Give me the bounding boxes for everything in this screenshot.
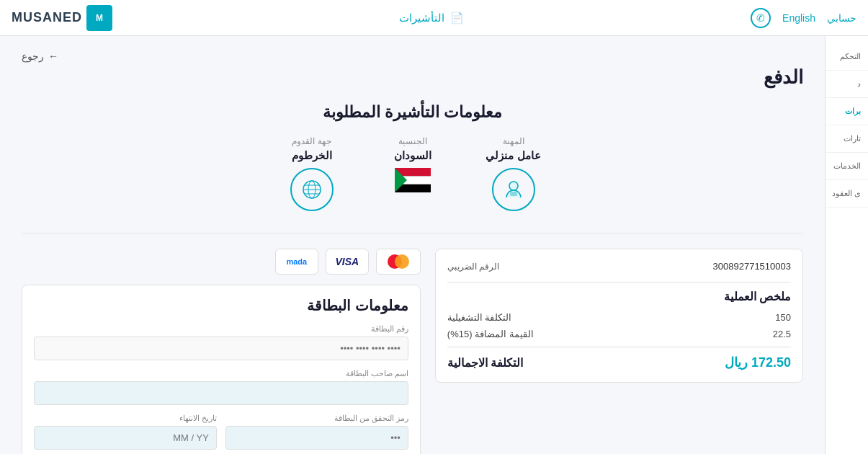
svg-rect-1 bbox=[510, 192, 517, 196]
visa-arrival-value: الخرطوم bbox=[276, 149, 348, 162]
visa-section-title: معلومات التأشيرة المطلوبة bbox=[22, 103, 803, 122]
topnav-center: 📄 التأشيرات bbox=[399, 12, 464, 25]
hassabi-link[interactable]: حسابي bbox=[827, 12, 856, 24]
back-link[interactable]: ← رجوع bbox=[22, 50, 803, 62]
topnav-left: حسابي English ✆ bbox=[751, 8, 856, 28]
vat-label: القيمة المضافة (15%) bbox=[447, 329, 534, 339]
visa-badge[interactable]: VISA bbox=[326, 249, 369, 275]
tax-id-label: الرقم الضريبي bbox=[447, 262, 499, 272]
cvv-field: رمز التحقق من البطاقة bbox=[225, 414, 408, 450]
tax-id-row: 300892771510003 الرقم الضريبي bbox=[447, 261, 791, 272]
nav-visas-label[interactable]: التأشيرات bbox=[399, 12, 444, 25]
visa-nationality-value: السودان bbox=[377, 149, 449, 162]
mada-label: mada bbox=[286, 257, 307, 266]
mastercard-badge[interactable] bbox=[376, 249, 421, 275]
cardholder-label: اسم صاحب البطاقة bbox=[34, 369, 408, 378]
sidebar-item-visas[interactable]: برات bbox=[826, 98, 868, 125]
sidebar-item-control[interactable]: التحكم bbox=[826, 43, 868, 71]
sidebar-item-services[interactable]: الخدمات bbox=[826, 153, 868, 180]
card-info-column: VISA mada معلومات البطاقة رقم البطاقة bbox=[22, 249, 421, 454]
visa-info-row: المهنة عامل منزلي الجنسية السودان bbox=[22, 136, 803, 211]
sidebar-item-orders[interactable]: تارات bbox=[826, 125, 868, 153]
sidebar-item-d-label: د bbox=[857, 79, 861, 88]
visa-profession-label: المهنة bbox=[478, 136, 550, 146]
sidebar: التحكم د برات تارات الخدمات ى العقود bbox=[825, 36, 868, 454]
logo-area: M MUSANED bbox=[12, 5, 112, 31]
top-navigation: حسابي English ✆ 📄 التأشيرات M MUSANED bbox=[0, 0, 868, 36]
back-arrow-icon: ← bbox=[48, 50, 58, 62]
expiry-field: تاريخ الانتهاء bbox=[34, 414, 217, 450]
cardholder-field: اسم صاحب البطاقة bbox=[34, 369, 408, 405]
payment-methods: VISA mada bbox=[22, 249, 421, 275]
two-column-layout: 300892771510003 الرقم الضريبي ملخص العمل… bbox=[22, 249, 803, 454]
visa-arrival-card: جهة القدوم الخرطوم bbox=[276, 136, 348, 211]
profession-icon bbox=[492, 168, 535, 211]
sidebar-item-contracts[interactable]: ى العقود bbox=[826, 180, 868, 208]
back-label: رجوع bbox=[22, 50, 44, 62]
visa-profession-value: عامل منزلي bbox=[478, 149, 550, 162]
logo-icon: M bbox=[86, 5, 112, 31]
cvv-input[interactable] bbox=[225, 426, 408, 450]
sidebar-item-contracts-label: ى العقود bbox=[832, 189, 861, 197]
logo-short-text: M bbox=[96, 13, 103, 23]
total-row: 172.50 ريال التكلفة الاجمالية bbox=[447, 355, 791, 370]
card-number-field: رقم البطاقة bbox=[34, 324, 408, 360]
operational-cost-label: التكلفة التشغيلية bbox=[447, 312, 512, 323]
summary-title: ملخص العملية bbox=[447, 290, 791, 303]
operational-cost-line: 150 التكلفة التشغيلية bbox=[447, 312, 791, 323]
summary-column: 300892771510003 الرقم الضريبي ملخص العمل… bbox=[435, 249, 803, 454]
english-language-link[interactable]: English bbox=[782, 12, 815, 24]
total-value: 172.50 ريال bbox=[725, 355, 791, 370]
svg-point-0 bbox=[509, 182, 518, 190]
sidebar-item-services-label: الخدمات bbox=[833, 161, 861, 170]
arrival-icon bbox=[290, 168, 334, 211]
total-divider bbox=[447, 347, 791, 347]
nav-visas-icon: 📄 bbox=[450, 12, 464, 25]
nationality-flag bbox=[395, 168, 431, 192]
cvv-label: رمز التحقق من البطاقة bbox=[225, 414, 408, 423]
sidebar-item-control-label: التحكم bbox=[840, 52, 861, 61]
expiry-label: تاريخ الانتهاء bbox=[34, 414, 217, 423]
expiry-input[interactable] bbox=[34, 426, 217, 450]
sidebar-item-d[interactable]: د bbox=[826, 71, 868, 98]
card-number-row: رقم البطاقة bbox=[34, 324, 408, 360]
visa-nationality-label: الجنسية bbox=[377, 136, 449, 146]
sidebar-item-visas-label: برات bbox=[845, 107, 861, 115]
support-icon[interactable]: ✆ bbox=[751, 8, 771, 28]
operational-cost-value: 150 bbox=[775, 312, 791, 323]
summary-box: 300892771510003 الرقم الضريبي ملخص العمل… bbox=[435, 249, 803, 383]
tax-divider bbox=[447, 282, 791, 282]
cardholder-input[interactable] bbox=[34, 381, 408, 405]
mada-badge[interactable]: mada bbox=[275, 249, 318, 275]
section-divider bbox=[22, 233, 803, 234]
card-info-section: معلومات البطاقة رقم البطاقة اسم صاحب الب… bbox=[22, 285, 421, 454]
vat-value: 22.5 bbox=[773, 329, 791, 339]
visa-profession-card: المهنة عامل منزلي bbox=[478, 136, 550, 211]
visa-arrival-label: جهة القدوم bbox=[276, 136, 348, 146]
total-label: التكلفة الاجمالية bbox=[447, 356, 523, 370]
sidebar-item-orders-label: تارات bbox=[844, 134, 861, 143]
card-number-input[interactable] bbox=[34, 337, 408, 360]
visa-nationality-card: الجنسية السودان bbox=[377, 136, 449, 211]
cardholder-row: اسم صاحب البطاقة bbox=[34, 369, 408, 405]
main-content: ← رجوع الدفع معلومات التأشيرة المطلوبة ا… bbox=[0, 36, 825, 454]
svg-point-12 bbox=[395, 254, 409, 269]
tax-id-value: 300892771510003 bbox=[713, 261, 791, 272]
expiry-cvv-row: رمز التحقق من البطاقة تاريخ الانتهاء bbox=[34, 414, 408, 450]
visa-label: VISA bbox=[335, 256, 359, 267]
logo-text: MUSANED bbox=[12, 10, 82, 25]
card-info-title: معلومات البطاقة bbox=[34, 297, 408, 314]
vat-line: 22.5 القيمة المضافة (15%) bbox=[447, 329, 791, 339]
card-number-label: رقم البطاقة bbox=[34, 324, 408, 334]
page-title: الدفع bbox=[22, 66, 803, 89]
